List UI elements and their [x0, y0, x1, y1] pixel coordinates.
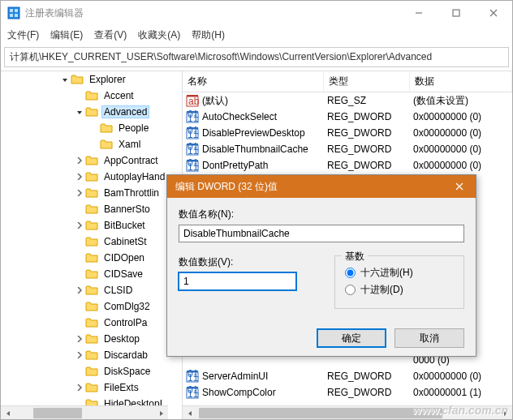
scroll-right-icon[interactable] [498, 406, 512, 419]
tree-item[interactable]: AutoplayHand [1, 169, 182, 185]
tree-item[interactable]: ComDlg32 [1, 298, 182, 315]
tree-item[interactable]: BannerSto [1, 201, 182, 217]
menu-edit[interactable]: 编辑(E) [50, 28, 83, 42]
folder-icon [85, 301, 98, 312]
tree-pane: ExplorerAccentAdvancedPeopleXamlAppContr… [1, 71, 183, 419]
list-row[interactable]: AutoCheckSelectREG_DWORD0x00000000 (0) [183, 109, 512, 125]
list-row[interactable]: DisablePreviewDesktopREG_DWORD0x00000000… [183, 125, 512, 141]
tree-item[interactable]: Discardab [1, 347, 182, 363]
value-type: REG_DWORD [324, 111, 410, 122]
caret-open-icon[interactable] [59, 76, 71, 83]
caret-closed-icon[interactable] [74, 287, 85, 294]
tree-item[interactable]: CIDSave [1, 266, 182, 282]
tree-item[interactable]: BitBucket [1, 217, 182, 234]
dword-value-icon [186, 126, 199, 139]
scroll-right-icon[interactable] [154, 406, 168, 419]
string-value-icon [186, 94, 199, 107]
value-type: REG_DWORD [324, 127, 410, 139]
maximize-button[interactable] [438, 1, 475, 25]
dialog-titlebar[interactable]: 编辑 DWORD (32 位)值 [167, 175, 476, 198]
caret-closed-icon[interactable] [74, 352, 85, 358]
column-data[interactable]: 数据 [410, 71, 512, 92]
radio-hex-input[interactable] [345, 268, 356, 278]
tree-item-label: ControlPa [101, 316, 149, 329]
radio-hex[interactable]: 十六进制(H) [345, 266, 454, 280]
tree-item[interactable]: Explorer [1, 71, 182, 88]
tree-item[interactable]: CIDOpen [1, 250, 182, 266]
column-type[interactable]: 类型 [324, 71, 410, 92]
tree-item-label: ComDlg32 [101, 300, 153, 313]
tree-item[interactable]: BamThrottlin [1, 185, 182, 201]
tree-item-label: CabinetSt [101, 235, 149, 248]
menu-favorites[interactable]: 收藏夹(A) [138, 28, 180, 42]
cancel-button[interactable]: 取消 [394, 328, 464, 348]
ok-button[interactable]: 确定 [317, 328, 386, 348]
folder-icon [85, 252, 98, 264]
tree-item[interactable]: DiskSpace [1, 363, 182, 379]
scroll-left-icon[interactable] [1, 406, 15, 419]
column-name[interactable]: 名称 [183, 71, 324, 92]
tree-item[interactable]: CLSID [1, 282, 182, 298]
menubar: 文件(F) 编辑(E) 查看(V) 收藏夹(A) 帮助(H) [1, 25, 512, 45]
value-name: (默认) [202, 94, 228, 108]
list-row[interactable]: DisableThumbnailCacheREG_DWORD0x00000000… [183, 141, 512, 157]
value-data: 0x00000000 (0) [410, 111, 512, 122]
tree-item[interactable]: Desktop [1, 331, 182, 347]
menu-view[interactable]: 查看(V) [94, 28, 127, 42]
folder-icon [85, 317, 98, 328]
list-row[interactable]: ShowCompColorREG_DWORD0x00000001 (1) [183, 384, 512, 401]
scroll-thumb[interactable] [33, 408, 82, 418]
tree-item-label: BannerSto [101, 203, 153, 216]
value-type: REG_SZ [324, 95, 410, 106]
value-type: REG_DWORD [324, 144, 410, 155]
list-row[interactable]: DontPrettyPathREG_DWORD0x00000000 (0) [183, 157, 512, 174]
tree-item[interactable]: Accent [1, 88, 182, 104]
list-hscroll[interactable] [183, 405, 512, 419]
value-data: 0x00000000 (0) [410, 160, 512, 171]
dialog-close-button[interactable] [443, 175, 476, 198]
base-legend: 基数 [342, 250, 368, 264]
minimize-button[interactable] [400, 1, 438, 25]
radio-dec-input[interactable] [345, 285, 356, 295]
value-name-input[interactable] [179, 225, 464, 242]
folder-icon [85, 333, 98, 345]
tree-item[interactable]: Advanced [1, 104, 182, 120]
caret-closed-icon[interactable] [74, 336, 85, 342]
radio-dec[interactable]: 十进制(D) [345, 283, 454, 297]
caret-closed-icon[interactable] [74, 222, 85, 229]
value-data: 0x00000001 (1) [410, 387, 512, 398]
tree-item-label: Accent [101, 89, 136, 102]
caret-closed-icon[interactable] [74, 384, 85, 391]
maximize-icon [452, 9, 460, 17]
menu-file[interactable]: 文件(F) [7, 28, 39, 42]
tree-item[interactable]: FileExts [1, 379, 182, 396]
tree-item[interactable]: Xaml [1, 136, 182, 152]
list-row[interactable]: ServerAdminUIREG_DWORD0x00000000 (0) [183, 368, 512, 384]
address-bar[interactable]: 计算机\HKEY_CURRENT_USER\Software\Microsoft… [4, 47, 509, 67]
tree-item[interactable]: ControlPa [1, 315, 182, 331]
tree-item-label: FileExts [101, 381, 141, 394]
close-button[interactable] [475, 1, 512, 25]
tree-item-label: AutoplayHand [101, 170, 167, 183]
menu-help[interactable]: 帮助(H) [192, 28, 225, 42]
tree-hscroll[interactable] [1, 405, 168, 419]
scroll-left-icon[interactable] [183, 406, 196, 419]
close-icon [455, 182, 463, 191]
value-data-input[interactable] [179, 272, 296, 290]
titlebar[interactable]: 注册表编辑器 [1, 1, 512, 25]
tree-item[interactable]: People [1, 120, 182, 136]
tree-item-label: Xaml [116, 138, 143, 151]
tree-item[interactable]: AppContract [1, 152, 182, 169]
caret-closed-icon[interactable] [74, 174, 85, 180]
tree-item-label: Discardab [101, 349, 150, 362]
tree-item-label: Advanced [101, 105, 149, 118]
caret-open-icon[interactable] [74, 109, 85, 115]
caret-closed-icon[interactable] [74, 157, 85, 164]
tree-item-label: BamThrottlin [101, 186, 162, 199]
list-row[interactable]: (默认)REG_SZ(数值未设置) [183, 92, 512, 109]
value-data: (数值未设置) [410, 94, 512, 108]
caret-closed-icon[interactable] [74, 190, 85, 196]
tree-item[interactable]: CabinetSt [1, 234, 182, 250]
value-name: AutoCheckSelect [202, 111, 277, 122]
scroll-thumb[interactable] [199, 408, 442, 418]
